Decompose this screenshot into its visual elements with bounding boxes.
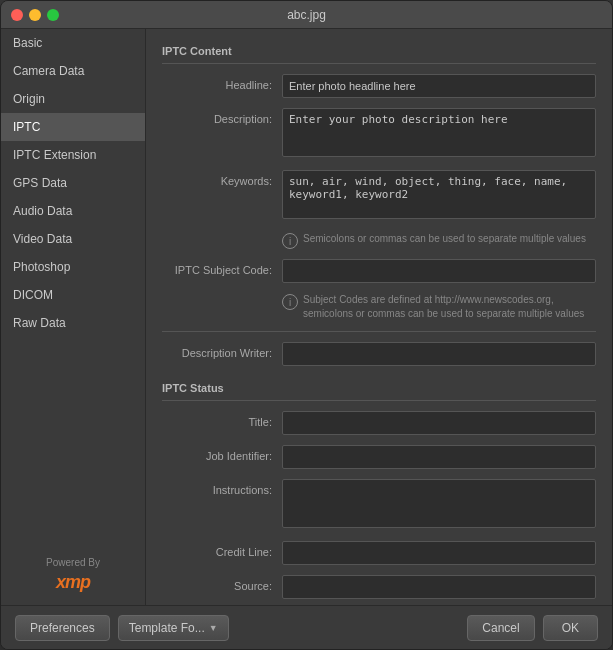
keywords-info-text: Semicolons or commas can be used to sepa…	[303, 232, 586, 246]
source-control	[282, 575, 596, 599]
sidebar: Basic Camera Data Origin IPTC IPTC Exten…	[1, 29, 146, 605]
window-controls	[11, 9, 59, 21]
job-identifier-row: Job Identifier:	[162, 445, 596, 469]
sidebar-item-iptc-extension[interactable]: IPTC Extension	[1, 141, 145, 169]
title-control	[282, 411, 596, 435]
subject-code-info-row: i Subject Codes are defined at http://ww…	[162, 293, 596, 321]
footer-right: Cancel OK	[467, 615, 598, 641]
sidebar-item-basic[interactable]: Basic	[1, 29, 145, 57]
close-button[interactable]	[11, 9, 23, 21]
ok-button[interactable]: OK	[543, 615, 598, 641]
job-identifier-label: Job Identifier:	[162, 445, 282, 462]
source-input[interactable]	[282, 575, 596, 599]
description-writer-control	[282, 342, 596, 366]
sidebar-item-photoshop[interactable]: Photoshop	[1, 253, 145, 281]
keywords-label: Keywords:	[162, 170, 282, 187]
subject-code-row: IPTC Subject Code:	[162, 259, 596, 283]
content-area: IPTC Content Headline: Description: Ente…	[146, 29, 612, 605]
headline-label: Headline:	[162, 74, 282, 91]
chevron-down-icon: ▼	[209, 623, 218, 633]
instructions-row: Instructions:	[162, 479, 596, 531]
keywords-info-row: i Semicolons or commas can be used to se…	[162, 232, 596, 249]
keywords-control: sun, air, wind, object, thing, face, nam…	[282, 170, 596, 222]
iptc-content-header: IPTC Content	[162, 39, 596, 64]
footer-left: Preferences Template Fo... ▼	[15, 615, 229, 641]
main-layout: Basic Camera Data Origin IPTC IPTC Exten…	[1, 29, 612, 605]
credit-line-row: Credit Line:	[162, 541, 596, 565]
sidebar-item-iptc[interactable]: IPTC	[1, 113, 145, 141]
description-textarea[interactable]: Enter your photo description here	[282, 108, 596, 157]
instructions-label: Instructions:	[162, 479, 282, 496]
sidebar-item-gps-data[interactable]: GPS Data	[1, 169, 145, 197]
subject-code-control	[282, 259, 596, 283]
description-row: Description: Enter your photo descriptio…	[162, 108, 596, 160]
keywords-textarea[interactable]: sun, air, wind, object, thing, face, nam…	[282, 170, 596, 219]
footer: Preferences Template Fo... ▼ Cancel OK	[1, 605, 612, 649]
source-label: Source:	[162, 575, 282, 592]
title-bar: abc.jpg	[1, 1, 612, 29]
sidebar-item-origin[interactable]: Origin	[1, 85, 145, 113]
instructions-textarea[interactable]	[282, 479, 596, 528]
preferences-button[interactable]: Preferences	[15, 615, 110, 641]
divider-1	[162, 331, 596, 332]
instructions-control	[282, 479, 596, 531]
sidebar-item-video-data[interactable]: Video Data	[1, 225, 145, 253]
iptc-status-header: IPTC Status	[162, 376, 596, 401]
cancel-button[interactable]: Cancel	[467, 615, 534, 641]
description-label: Description:	[162, 108, 282, 125]
title-label: Title:	[162, 411, 282, 428]
xmp-logo: xmp	[56, 572, 90, 593]
title-input[interactable]	[282, 411, 596, 435]
keywords-row: Keywords: sun, air, wind, object, thing,…	[162, 170, 596, 222]
sidebar-item-audio-data[interactable]: Audio Data	[1, 197, 145, 225]
description-writer-row: Description Writer:	[162, 342, 596, 366]
template-dropdown[interactable]: Template Fo... ▼	[118, 615, 229, 641]
credit-line-control	[282, 541, 596, 565]
sidebar-bottom: Powered By xmp	[1, 545, 145, 605]
window-title: abc.jpg	[287, 8, 326, 22]
sidebar-item-raw-data[interactable]: Raw Data	[1, 309, 145, 337]
credit-line-input[interactable]	[282, 541, 596, 565]
info-icon: i	[282, 233, 298, 249]
info-icon-2: i	[282, 294, 298, 310]
subject-code-label: IPTC Subject Code:	[162, 259, 282, 276]
subject-code-info-text: Subject Codes are defined at http://www.…	[303, 293, 596, 321]
description-writer-label: Description Writer:	[162, 342, 282, 359]
title-row: Title:	[162, 411, 596, 435]
powered-by-label: Powered By	[46, 557, 100, 568]
description-writer-input[interactable]	[282, 342, 596, 366]
job-identifier-control	[282, 445, 596, 469]
template-label: Template Fo...	[129, 621, 205, 635]
job-identifier-input[interactable]	[282, 445, 596, 469]
main-window: abc.jpg Basic Camera Data Origin IPTC IP…	[0, 0, 613, 650]
sidebar-item-camera-data[interactable]: Camera Data	[1, 57, 145, 85]
minimize-button[interactable]	[29, 9, 41, 21]
subject-code-input[interactable]	[282, 259, 596, 283]
sidebar-item-dicom[interactable]: DICOM	[1, 281, 145, 309]
credit-line-label: Credit Line:	[162, 541, 282, 558]
maximize-button[interactable]	[47, 9, 59, 21]
description-control: Enter your photo description here	[282, 108, 596, 160]
headline-control	[282, 74, 596, 98]
headline-input[interactable]	[282, 74, 596, 98]
source-row: Source:	[162, 575, 596, 599]
headline-row: Headline:	[162, 74, 596, 98]
